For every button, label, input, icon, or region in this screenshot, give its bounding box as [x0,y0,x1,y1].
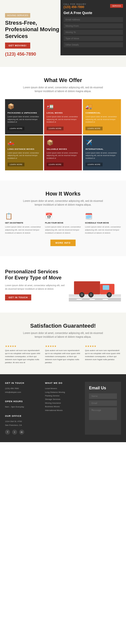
more-info-button[interactable]: MORE INFO [50,240,76,246]
valuable-icon: 📦 [47,139,80,146]
service-card-commercial: 🚚 COMMERCIAL Lorem ipsum dolor sit amet,… [83,99,121,134]
service-title-international: INTERNATIONAL [85,148,118,150]
svg-rect-12 [90,299,95,300]
footer-link-insurance[interactable]: Moving Insurance [45,401,81,405]
step-plan: 📅 PLAN YOUR MOVE Lorem ipsum dolor sit a… [45,213,81,235]
step-estimate-title: GET AN ESTIMATE [5,222,41,224]
service-card-packaging: 📦 PACKAGING & UNPACKING Lorem ipsum dolo… [5,99,43,134]
review-2: ★★★★★ Quis autem vel eum iure reprehende… [45,345,81,364]
commercial-icon: 🚚 [85,103,118,110]
what-we-offer-title: What We Offer [5,77,121,84]
call-number[interactable]: (123) 456-7890 [64,5,86,9]
truck-illustration [69,266,121,301]
satisfaction-section: Satisfaction Guaranteed! Lorem ipsum dol… [0,313,126,374]
quote-moving-from-input[interactable] [64,23,123,28]
quote-moving-to-input[interactable] [64,30,123,35]
what-we-offer-subtitle: Lorem ipsum dolor sit amet, consectetur … [20,86,106,93]
quote-email-input[interactable] [64,17,123,22]
footer-email[interactable]: info@sitepier.com [5,391,41,394]
learn-more-international-button[interactable]: LEARN MORE [85,163,102,166]
footer-hours-title: OPEN HOURS [5,400,41,403]
footer: GET IN TOUCH (123) 456-7890 info@sitepie… [0,374,126,442]
how-it-works-subtitle: Lorem ipsum dolor sit amet, consectetur … [20,199,106,207]
footer-link-long-distance[interactable]: Long Distance Moving [45,391,81,394]
personal-left: Personalized Services For Every Type of … [5,269,69,300]
step-schedule: 🗓️ SCHEDULE YOUR MOVE Lorem ipsum dolor … [85,213,121,235]
step-schedule-title: SCHEDULE YOUR MOVE [85,222,121,224]
learn-more-valuable-button[interactable]: LEARN MORE [47,163,64,166]
footer-link-storage[interactable]: Storage Services [45,398,81,401]
schedule-icon: 🗓️ [85,213,121,220]
call-label: CALL FOR INQUIRY [64,3,86,5]
instagram-icon[interactable]: in [19,430,24,435]
twitter-icon[interactable]: t [12,430,17,435]
service-card-long-distance: 🛻 LONG DISTANCE MOVES Lorem ipsum dolor … [5,135,43,171]
quote-type-input[interactable] [64,36,123,41]
stars-2: ★★★★★ [45,345,81,348]
footer-social: f t in [5,430,41,435]
footer-contact-title: GET IN TOUCH [5,382,41,384]
service-title-commercial: COMMERCIAL [85,112,118,114]
quote-form [64,17,123,48]
service-title-packaging: PACKAGING & UNPACKING [8,112,41,114]
hero-cta-button[interactable]: GET MOVING! [5,43,30,49]
facebook-icon[interactable]: f [5,430,10,435]
services-grid: 📦 PACKAGING & UNPACKING Lorem ipsum dolo… [5,99,121,170]
learn-more-long-distance-button[interactable]: LEARN MORE [8,163,24,166]
service-text-long-distance: Lorem ipsum dolor sit amet, consectetur … [8,152,41,160]
service-text-commercial: Lorem ipsum dolor sit amet, consectetur … [85,116,118,124]
hero-title: Stress-Free, Professional Moving Service… [5,20,69,40]
quote-details-input[interactable] [64,42,123,47]
service-card-valuable: 📦 VALUABLE MOVES Lorem ipsum dolor sit a… [44,135,82,171]
service-text-valuable: Lorem ipsum dolor sit amet, consectetur … [47,152,80,160]
service-title-long-distance: LONG DISTANCE MOVES [8,148,41,150]
footer-email-col: Email Us [85,382,121,435]
hero-phone[interactable]: (123) 456-7890 [5,52,69,57]
service-button[interactable]: SERVICE [110,4,123,8]
footer-name-input[interactable] [89,393,117,399]
review-1: ★★★★★ Quis autem vel eum iure reprehende… [5,345,41,364]
service-text-local: Lorem ipsum dolor sit amet, consectetur … [47,116,80,124]
hero-section: MOVING SERVICES Stress-Free, Professiona… [0,0,126,67]
footer-links-title: WHAT WE DO [45,382,81,384]
satisfaction-subtitle: Lorem ipsum dolor sit amet, consectetur … [20,331,106,339]
footer-contact-col: GET IN TOUCH (123) 456-7890 info@sitepie… [5,382,41,435]
svg-rect-13 [103,299,108,300]
how-it-works-section: How It Works Lorem ipsum dolor sit amet,… [0,180,126,256]
packaging-icon: 📦 [8,103,41,110]
svg-rect-1 [74,281,100,294]
step-estimate-text: Lorem ipsum dolor sit amet, consectetur … [5,225,41,235]
local-moves-icon: 🚛 [47,103,80,110]
footer-link-local[interactable]: Local Movers [45,387,81,390]
learn-more-local-button[interactable]: LEARN MORE [47,127,64,130]
get-in-touch-button[interactable]: GET IN TOUCH [5,294,31,300]
learn-more-packaging-button[interactable]: LEARN MORE [8,127,24,130]
svg-point-9 [108,293,110,296]
plan-icon: 📅 [45,213,81,220]
reviews-grid: ★★★★★ Quis autem vel eum iure reprehende… [5,345,121,364]
footer-message-input[interactable] [89,407,117,420]
svg-point-7 [90,293,92,296]
step-plan-title: PLAN YOUR MOVE [45,222,81,224]
review-text-2: Quis autem vel eum iure reprehenderit qu… [45,349,81,364]
footer-link-packing[interactable]: Packing Service [45,394,81,398]
step-estimate: 📋 GET AN ESTIMATE Lorem ipsum dolor sit … [5,213,41,235]
review-3: ★★★★★ Quis autem vel eum iure reprehende… [85,345,121,364]
footer-link-business[interactable]: Business Moves [45,405,81,408]
footer-email-input[interactable] [89,400,117,406]
service-text-international: Lorem ipsum dolor sit amet, consectetur … [85,152,118,160]
footer-link-international[interactable]: International Moves [45,409,81,412]
personal-title: Personalized Services For Every Type of … [5,269,65,281]
stars-1: ★★★★★ [5,345,41,348]
steps-grid: 📋 GET AN ESTIMATE Lorem ipsum dolor sit … [5,213,121,235]
review-text-1: Quis autem vel eum iure reprehenderit qu… [5,349,41,364]
hero-form-panel: CALL FOR INQUIRY (123) 456-7890 SERVICE … [60,0,126,55]
svg-rect-0 [69,294,121,297]
learn-more-commercial-button[interactable]: LEARN MORE [85,127,102,130]
footer-email-title: Email Us [89,386,117,390]
footer-phone[interactable]: (123) 456-7890 [5,387,41,390]
hero-left: MOVING SERVICES Stress-Free, Professiona… [5,10,69,57]
step-schedule-text: Lorem ipsum dolor sit amet, consectetur … [85,225,121,235]
service-text-packaging: Lorem ipsum dolor sit amet, consectetur … [8,116,41,124]
svg-rect-11 [77,299,82,300]
